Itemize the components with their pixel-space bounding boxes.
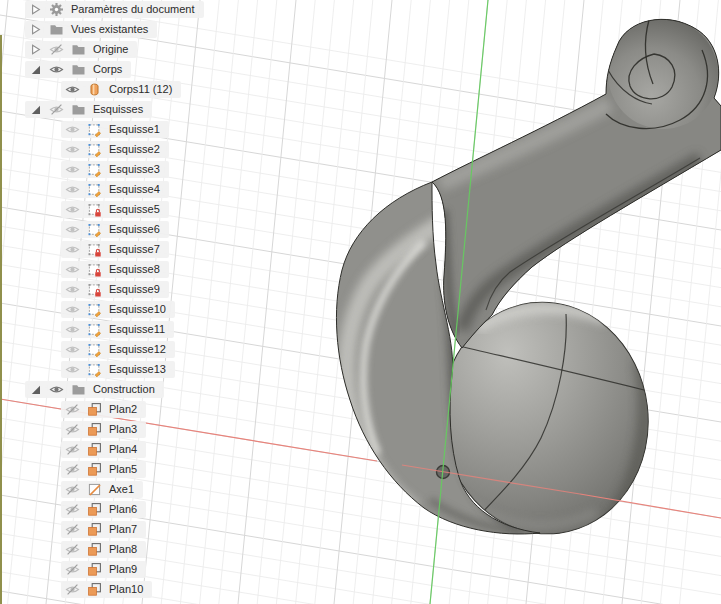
visibility-eye-icon-hidden[interactable]	[65, 502, 80, 517]
folder-icon	[71, 62, 86, 77]
tree-item-esquisse9[interactable]: Esquisse9	[61, 281, 169, 298]
tree-item-label: Esquisse2	[109, 141, 160, 158]
tree-item-label: Esquisse8	[109, 261, 160, 278]
collapse-arrow-icon[interactable]	[29, 62, 42, 77]
tree-item-esquisse6[interactable]: Esquisse6	[61, 221, 169, 238]
visibility-eye-icon-faded[interactable]	[65, 342, 80, 357]
visibility-eye-icon-hidden[interactable]	[65, 482, 80, 497]
visibility-eye-icon-hidden[interactable]	[65, 402, 80, 417]
visibility-eye-icon-faded[interactable]	[65, 302, 80, 317]
tree-item-esquisse4[interactable]: Esquisse4	[61, 181, 169, 198]
plane-icon	[87, 442, 102, 457]
visibility-eye-icon-hidden[interactable]	[65, 422, 80, 437]
visibility-eye-icon-faded[interactable]	[65, 222, 80, 237]
sketch-lock-icon	[87, 242, 102, 257]
sketch-icon	[87, 162, 102, 177]
plane-icon	[87, 542, 102, 557]
tree-item-vues-existantes[interactable]: Vues existantes	[25, 21, 157, 38]
sketch-lock-icon	[87, 202, 102, 217]
tree-item-axe1[interactable]: Axe1	[61, 481, 143, 498]
visibility-eye-icon-hidden[interactable]	[65, 542, 80, 557]
model-swirl-body[interactable]	[336, 19, 721, 546]
tree-item-esquisse1[interactable]: Esquisse1	[61, 121, 169, 138]
tree-item-label: Plan5	[109, 461, 137, 478]
visibility-eye-icon-faded[interactable]	[65, 202, 80, 217]
tree-item-plan9[interactable]: Plan9	[61, 561, 146, 578]
visibility-eye-icon-faded[interactable]	[65, 362, 80, 377]
tree-item-esquisse3[interactable]: Esquisse3	[61, 161, 169, 178]
sketch-lock-icon	[87, 282, 102, 297]
tree-item-esquisse10[interactable]: Esquisse10	[61, 301, 175, 318]
tree-item-corps11-12[interactable]: Corps11 (12)	[61, 81, 181, 98]
tree-item-param-tres-du-document[interactable]: Paramètres du document	[25, 1, 204, 18]
sketch-lock-icon	[87, 262, 102, 277]
folder-icon	[49, 22, 64, 37]
visibility-eye-icon-hidden[interactable]	[49, 42, 64, 57]
tree-item-plan7[interactable]: Plan7	[61, 521, 146, 538]
visibility-eye-icon-hidden[interactable]	[65, 582, 80, 597]
tree-item-plan2[interactable]: Plan2	[61, 401, 146, 418]
tree-item-label: Plan8	[109, 541, 137, 558]
visibility-eye-icon-hidden[interactable]	[65, 462, 80, 477]
tree-item-esquisse12[interactable]: Esquisse12	[61, 341, 175, 358]
sketch-icon	[87, 122, 102, 137]
plane-icon	[87, 582, 102, 597]
folder-icon	[71, 382, 86, 397]
visibility-eye-icon-visible[interactable]	[65, 82, 80, 97]
tree-item-esquisse7[interactable]: Esquisse7	[61, 241, 169, 258]
visibility-eye-icon-faded[interactable]	[65, 282, 80, 297]
visibility-eye-icon-hidden[interactable]	[49, 102, 64, 117]
tree-item-construction[interactable]: Construction	[25, 381, 164, 398]
tree-item-label: Esquisse11	[109, 321, 165, 338]
visibility-eye-icon-faded[interactable]	[65, 122, 80, 137]
axis-icon	[87, 482, 102, 497]
visibility-eye-icon-faded[interactable]	[65, 322, 80, 337]
tree-item-plan6[interactable]: Plan6	[61, 501, 146, 518]
sketch-icon	[87, 182, 102, 197]
tree-item-label: Esquisse3	[109, 161, 160, 178]
visibility-eye-icon-hidden[interactable]	[65, 442, 80, 457]
folder-icon	[71, 42, 86, 57]
tree-item-label: Esquisse1	[109, 121, 160, 138]
tree-item-esquisse11[interactable]: Esquisse11	[61, 321, 174, 338]
tree-item-esquisse13[interactable]: Esquisse13	[61, 361, 175, 378]
tree-item-label: Plan3	[109, 421, 137, 438]
collapse-arrow-icon[interactable]	[29, 382, 42, 397]
plane-icon	[87, 522, 102, 537]
visibility-eye-icon-visible[interactable]	[49, 62, 64, 77]
tree-item-label: Vues existantes	[71, 21, 148, 38]
expand-arrow-icon[interactable]	[29, 2, 42, 17]
visibility-eye-icon-hidden[interactable]	[65, 522, 80, 537]
tree-item-origine[interactable]: Origine	[25, 41, 137, 58]
visibility-eye-icon-faded[interactable]	[65, 142, 80, 157]
application-window: Paramètres du documentVues existantesOri…	[0, 0, 721, 604]
expand-arrow-icon[interactable]	[29, 42, 42, 57]
tree-item-esquisses[interactable]: Esquisses	[25, 101, 152, 118]
sketch-icon	[87, 342, 102, 357]
tree-item-plan3[interactable]: Plan3	[61, 421, 146, 438]
tree-item-label: Plan6	[109, 501, 137, 518]
tree-item-label: Esquisse7	[109, 241, 160, 258]
tree-item-plan5[interactable]: Plan5	[61, 461, 146, 478]
tree-item-plan4[interactable]: Plan4	[61, 441, 146, 458]
sketch-icon	[87, 322, 102, 337]
body-icon	[87, 82, 102, 97]
tree-item-esquisse2[interactable]: Esquisse2	[61, 141, 169, 158]
visibility-eye-icon-faded[interactable]	[65, 162, 80, 177]
tree-item-label: Esquisse9	[109, 281, 160, 298]
expand-arrow-icon[interactable]	[29, 22, 42, 37]
visibility-eye-icon-hidden[interactable]	[65, 562, 80, 577]
tree-item-label: Corps	[93, 61, 122, 78]
tree-item-plan10[interactable]: Plan10	[61, 581, 152, 598]
visibility-eye-icon-faded[interactable]	[65, 242, 80, 257]
tree-item-esquisse5[interactable]: Esquisse5	[61, 201, 169, 218]
collapse-arrow-icon[interactable]	[29, 102, 42, 117]
tree-item-plan8[interactable]: Plan8	[61, 541, 146, 558]
visibility-eye-icon-faded[interactable]	[65, 262, 80, 277]
gear-icon	[49, 2, 64, 17]
tree-item-esquisse8[interactable]: Esquisse8	[61, 261, 169, 278]
plane-icon	[87, 562, 102, 577]
tree-item-corps[interactable]: Corps	[25, 61, 131, 78]
visibility-eye-icon-faded[interactable]	[65, 182, 80, 197]
visibility-eye-icon-visible[interactable]	[49, 382, 64, 397]
